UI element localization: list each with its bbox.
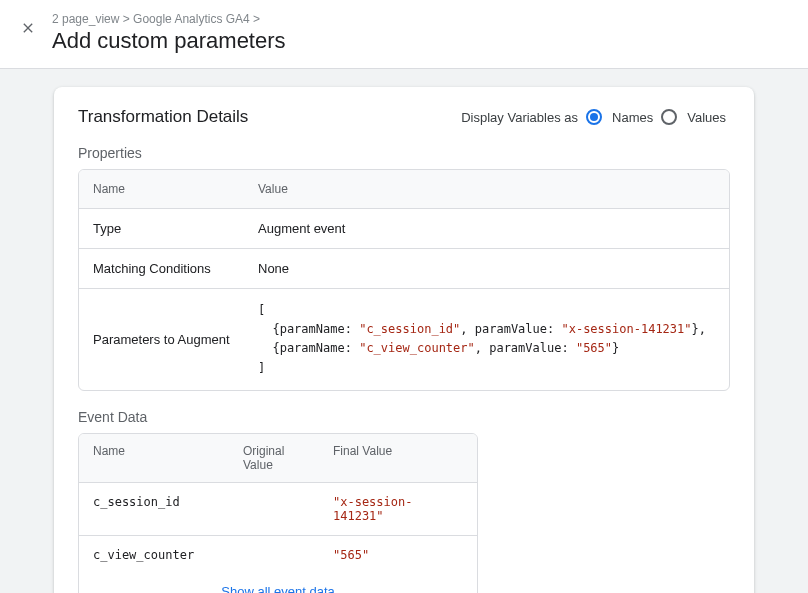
radio-names-label[interactable]: Names bbox=[612, 110, 653, 125]
prop-value: Augment event bbox=[244, 209, 729, 248]
params-code: [ {paramName: "c_session_id", paramValue… bbox=[258, 301, 715, 378]
properties-header-row: Name Value bbox=[79, 170, 729, 209]
show-all-event-data-link[interactable]: Show all event data bbox=[79, 574, 477, 593]
prop-name: Parameters to Augment bbox=[79, 320, 244, 359]
radio-values-label[interactable]: Values bbox=[687, 110, 726, 125]
table-row: c_view_counter"565" bbox=[79, 536, 477, 574]
col-name: Name bbox=[79, 434, 229, 482]
prop-value: None bbox=[244, 249, 729, 288]
close-icon bbox=[20, 20, 36, 36]
event-name: c_view_counter bbox=[79, 536, 229, 574]
prop-name: Type bbox=[79, 209, 244, 248]
close-button[interactable] bbox=[20, 12, 36, 39]
breadcrumb: 2 page_view > Google Analytics GA4 > bbox=[52, 12, 788, 26]
col-value: Value bbox=[244, 170, 729, 208]
page-header: 2 page_view > Google Analytics GA4 > Add… bbox=[0, 0, 808, 69]
table-row: Type Augment event bbox=[79, 209, 729, 249]
col-original: Original Value bbox=[229, 434, 319, 482]
event-original bbox=[229, 536, 319, 574]
page-title: Add custom parameters bbox=[52, 28, 788, 54]
event-name: c_session_id bbox=[79, 483, 229, 535]
properties-section-label: Properties bbox=[78, 145, 730, 161]
properties-table: Name Value Type Augment event Matching C… bbox=[78, 169, 730, 391]
table-row: c_session_id"x-session-141231" bbox=[79, 483, 477, 536]
event-data-table: Name Original Value Final Value c_sessio… bbox=[78, 433, 478, 593]
prop-name: Matching Conditions bbox=[79, 249, 244, 288]
transformation-card: Transformation Details Display Variables… bbox=[54, 87, 754, 593]
display-as-label: Display Variables as bbox=[461, 110, 578, 125]
table-row: Matching Conditions None bbox=[79, 249, 729, 289]
event-final: "565" bbox=[319, 536, 477, 574]
radio-names[interactable] bbox=[586, 109, 602, 125]
event-final: "x-session-141231" bbox=[319, 483, 477, 535]
parameters-to-augment-row: Parameters to Augment [ {paramName: "c_s… bbox=[79, 289, 729, 390]
event-original bbox=[229, 483, 319, 535]
event-header-row: Name Original Value Final Value bbox=[79, 434, 477, 483]
event-data-section-label: Event Data bbox=[78, 409, 730, 425]
col-name: Name bbox=[79, 170, 244, 208]
display-variables-toggle: Display Variables as Names Values bbox=[461, 109, 730, 125]
card-title: Transformation Details bbox=[78, 107, 248, 127]
radio-values[interactable] bbox=[661, 109, 677, 125]
col-final: Final Value bbox=[319, 434, 477, 482]
